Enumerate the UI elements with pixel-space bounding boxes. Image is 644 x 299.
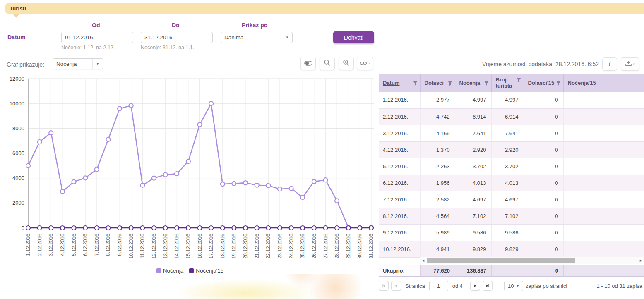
- graf-prikazuje-select[interactable]: Noćenja ▼: [53, 58, 103, 69]
- first-page-button[interactable]: [379, 281, 389, 291]
- info-button[interactable]: i: [602, 57, 617, 71]
- column-header[interactable]: Dolasci'15: [524, 74, 563, 92]
- y-axis-label: 10000: [10, 100, 24, 107]
- table-cell: 7.12.2016.: [379, 191, 420, 208]
- x-axis-label: 3.12.2016.: [48, 232, 54, 256]
- next-page-button[interactable]: [470, 281, 480, 291]
- table-cell: 2.12.2016.: [379, 108, 420, 125]
- column-header[interactable]: Noćenja'15: [563, 74, 644, 92]
- table-row: 4.12.2016.1.3702.9202.9200: [379, 141, 644, 158]
- toggle-series-button[interactable]: [300, 57, 316, 70]
- table-cell: 1.370: [420, 141, 455, 158]
- table-cell: 2.920: [491, 141, 524, 158]
- table-cell: [563, 224, 644, 241]
- visibility-dropdown-button[interactable]: ˅: [357, 57, 373, 70]
- filter-icon[interactable]: [448, 81, 452, 86]
- data-point: [221, 226, 225, 230]
- y-axis-label: 4000: [12, 175, 24, 181]
- data-point: [38, 140, 42, 144]
- data-point: [243, 226, 248, 230]
- tab-turisti[interactable]: Turisti: [5, 5, 26, 12]
- table-cell: 4.169: [420, 125, 455, 141]
- x-axis-label: 27.12.2016.: [323, 232, 329, 258]
- filter-icon[interactable]: [556, 81, 561, 86]
- x-axis-label: 10.12.2016.: [128, 232, 134, 258]
- dohvati-button[interactable]: Dohvati: [333, 31, 374, 43]
- line-chart[interactable]: 0200040006000800010000120001.12.2016.2.1…: [5, 76, 375, 267]
- zoom-out-button[interactable]: [320, 57, 335, 70]
- table-cell: 8.12.2016.: [379, 208, 420, 224]
- table-cell: 3.12.2016.: [379, 125, 420, 141]
- table-cell: 0: [524, 125, 563, 141]
- table-cell: 0: [524, 241, 563, 257]
- page-size-select[interactable]: 10 ▼: [504, 281, 523, 291]
- table-cell: 9.12.2016.: [379, 224, 420, 241]
- zoom-in-button[interactable]: [339, 57, 354, 70]
- table-cell: 6.914: [455, 108, 491, 125]
- table-cell: 0: [524, 224, 563, 241]
- column-header[interactable]: Broj turista: [491, 74, 524, 92]
- table-cell: 10.12.2016.: [379, 241, 420, 257]
- data-point: [72, 226, 76, 230]
- data-point: [198, 226, 202, 230]
- filter-icon[interactable]: [413, 81, 418, 86]
- last-page-button[interactable]: [483, 281, 493, 291]
- data-point: [83, 176, 87, 180]
- total-nocenja: 136.887: [455, 265, 491, 276]
- table-cell: 5.989: [420, 224, 455, 241]
- data-point: [221, 182, 225, 186]
- table-cell: [563, 141, 644, 158]
- date-from-input[interactable]: [62, 32, 133, 43]
- total-dolasci-15: 0: [524, 265, 563, 276]
- table-cell: 9.829: [491, 241, 524, 257]
- table-cell: 2.977: [420, 92, 455, 108]
- data-point: [49, 226, 53, 230]
- eye-icon: [360, 60, 367, 67]
- data-point: [255, 183, 259, 187]
- column-header[interactable]: Noćenja: [455, 74, 491, 92]
- od-label: Od: [92, 22, 100, 29]
- column-header[interactable]: Datum: [379, 74, 420, 92]
- data-point: [266, 226, 270, 230]
- scroll-right-icon[interactable]: ►: [638, 257, 644, 264]
- legend-item[interactable]: Noćenja'15: [189, 268, 223, 274]
- data-point: [186, 226, 190, 230]
- data-point: [209, 226, 213, 230]
- table-horizontal-scrollbar[interactable]: ◄ ►: [420, 257, 644, 264]
- table-row: 9.12.2016.5.9899.5869.5860: [379, 224, 644, 241]
- table-cell: 2.920: [455, 141, 491, 158]
- data-point: [278, 226, 282, 230]
- x-axis-label: 1.12.2016.: [25, 232, 31, 256]
- legend-item[interactable]: Noćenja: [156, 268, 184, 274]
- filter-icon[interactable]: [517, 78, 521, 82]
- x-axis-label: 6.12.2016.: [82, 232, 88, 256]
- date-to-input[interactable]: [141, 32, 213, 43]
- data-point: [312, 226, 316, 230]
- column-header[interactable]: Dolasci: [420, 74, 455, 92]
- filter-icon[interactable]: [484, 81, 489, 86]
- scrollbar-thumb[interactable]: [427, 258, 575, 263]
- scroll-left-icon[interactable]: ◄: [420, 257, 426, 264]
- x-axis-label: 14.12.2016.: [174, 232, 180, 258]
- x-axis-label: 26.12.2016.: [311, 232, 317, 258]
- download-button[interactable]: ˅: [621, 57, 639, 71]
- table-cell: 0: [524, 141, 563, 158]
- page-number-input[interactable]: [429, 281, 448, 291]
- prikaz-po-select[interactable]: Danima ▼: [221, 32, 293, 43]
- x-axis-label: 17.12.2016.: [208, 232, 214, 258]
- chevron-down-icon: ▼: [282, 36, 292, 39]
- data-point: [209, 101, 213, 105]
- prev-page-button[interactable]: [391, 281, 401, 291]
- data-point: [163, 173, 168, 177]
- data-point: [358, 226, 362, 230]
- x-axis-label: 11.12.2016.: [139, 232, 145, 258]
- data-point: [140, 226, 144, 230]
- x-axis-label: 18.12.2016.: [220, 232, 226, 258]
- table-cell: 2.263: [420, 158, 455, 175]
- graf-prikazuje-value: Noćenja: [53, 59, 93, 69]
- table-cell: 2.582: [420, 191, 455, 208]
- y-axis-label: 8000: [12, 125, 24, 132]
- table-row: 8.12.2016.4.5647.1027.1020: [379, 208, 644, 224]
- data-point: [95, 167, 99, 172]
- data-point: [95, 226, 99, 230]
